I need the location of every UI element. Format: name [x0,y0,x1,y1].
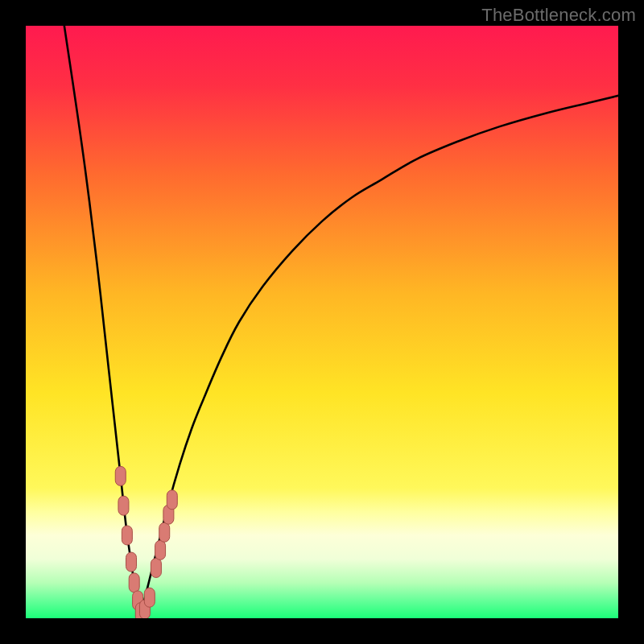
curve-layer [26,26,618,618]
highlight-markers [115,466,177,618]
highlight-marker [155,540,166,559]
curve-right-branch [140,96,618,615]
highlight-marker [115,466,126,485]
highlight-marker [151,558,161,577]
watermark-text: TheBottleneck.com [481,5,636,26]
highlight-marker [126,552,137,572]
highlight-marker [167,490,177,510]
highlight-marker [144,588,155,607]
highlight-marker [122,526,132,545]
highlight-marker [129,573,139,592]
highlight-marker [159,522,170,542]
highlight-marker [118,496,129,515]
chart-frame: TheBottleneck.com [0,0,644,644]
plot-area [26,26,618,618]
